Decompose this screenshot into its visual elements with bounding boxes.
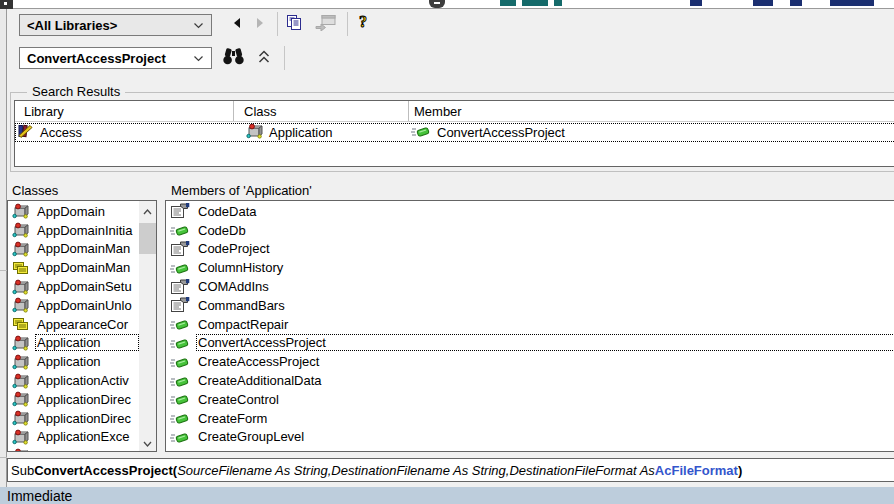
copy-icon	[284, 13, 304, 35]
member-list-item[interactable]: CommandBars	[166, 296, 894, 315]
object-browser-window: <All Libraries> ? ConvertAccessProject	[0, 0, 894, 504]
class-list-item[interactable]: AppDomainSetu	[8, 277, 139, 296]
go-forward-button[interactable]	[250, 13, 270, 35]
signature-type-link[interactable]: AcFileFormat	[655, 463, 738, 478]
column-header-class[interactable]: Class	[234, 101, 409, 121]
method-icon	[170, 354, 190, 370]
member-list-item[interactable]: CodeProject	[166, 240, 894, 259]
list-item-label: ApplicationDirec	[35, 410, 139, 427]
window-edge	[0, 9, 7, 487]
show-definition-button[interactable]	[312, 12, 340, 36]
back-arrow-icon	[232, 15, 242, 33]
column-header-member[interactable]: Member	[409, 101, 894, 121]
chevron-down-icon	[193, 22, 204, 29]
search-results-list: Library Class Member Access Application	[14, 100, 894, 167]
list-item-label: Application	[35, 334, 139, 351]
library-icon	[17, 123, 34, 142]
hide-search-results-button[interactable]	[251, 47, 276, 70]
scroll-up-icon	[143, 201, 152, 219]
class-list-item[interactable]: ApplicationId	[8, 446, 139, 452]
classes-list: AppDomain AppDomainInitia AppDomainMan A…	[7, 200, 157, 452]
class-list-item[interactable]: ApplicationDirec	[8, 409, 139, 428]
method-icon	[170, 410, 190, 426]
window-fragment	[434, 2, 440, 4]
binoculars-icon	[222, 47, 245, 70]
method-icon	[170, 373, 190, 389]
list-item-label: AppDomain	[35, 203, 139, 220]
list-item-label: ApplicationActiv	[35, 372, 139, 389]
class-icon	[12, 297, 29, 313]
class-list-item[interactable]: Application	[8, 352, 139, 371]
member-list-item[interactable]: CreateControl	[166, 390, 894, 409]
class-icon	[12, 391, 29, 407]
member-list-item[interactable]: CreateAccessProject	[166, 352, 894, 371]
class-icon	[12, 410, 29, 426]
class-list-item[interactable]: AppDomain	[8, 202, 139, 221]
window-fragment	[522, 0, 548, 6]
member-list-item[interactable]: CreateAdditionalData	[166, 371, 894, 390]
member-list-item[interactable]: CodeDb	[166, 221, 894, 240]
window-fragment	[790, 0, 802, 6]
class-list-item[interactable]: AppDomainInitia	[8, 221, 139, 240]
chevron-down-icon	[193, 55, 204, 62]
member-list-item[interactable]: CodeData	[166, 202, 894, 221]
signature-segment: DestinationFileFormat As	[509, 463, 654, 478]
class-list-item[interactable]: ApplicationExce	[8, 428, 139, 447]
immediate-title: Immediate	[7, 488, 72, 504]
list-item-label: AppDomainMan	[35, 259, 139, 276]
class-icon	[12, 279, 29, 295]
class-icon	[246, 123, 263, 142]
class-list-item[interactable]: AppearanceCor	[8, 315, 139, 334]
class-icon	[12, 354, 29, 370]
list-item-label: CreateForm	[196, 410, 894, 427]
class-list-item[interactable]: Application	[8, 334, 139, 353]
window-fragment	[500, 0, 516, 6]
help-button[interactable]: ?	[352, 11, 374, 35]
scroll-down-button[interactable]	[139, 433, 156, 451]
immediate-window-titlebar[interactable]: Immediate	[0, 487, 894, 504]
member-list-item[interactable]: CreateForm	[166, 409, 894, 428]
property-icon	[170, 279, 190, 295]
scrollbar-thumb[interactable]	[139, 223, 156, 254]
scroll-up-button[interactable]	[139, 201, 156, 219]
member-list-item[interactable]: ColumnHistory	[166, 258, 894, 277]
go-back-button[interactable]	[227, 13, 247, 35]
library-combo[interactable]: <All Libraries>	[19, 14, 212, 36]
search-combo[interactable]: ConvertAccessProject	[19, 47, 212, 69]
list-item-label: ConvertAccessProject	[196, 334, 894, 351]
window-fragment	[753, 0, 773, 6]
member-list-item[interactable]: COMAddIns	[166, 277, 894, 296]
toolbar-separator	[277, 12, 278, 36]
method-icon	[170, 260, 190, 276]
members-list: CodeData CodeDb CodeProject ColumnHistor…	[165, 200, 894, 452]
class-list-item[interactable]: ApplicationDirec	[8, 390, 139, 409]
svg-text:?: ?	[359, 13, 367, 30]
result-class: Application	[269, 125, 333, 140]
member-list-item[interactable]: CompactRepair	[166, 315, 894, 334]
member-list-item[interactable]: ConvertAccessProject	[166, 334, 894, 353]
search-result-row[interactable]: Access Application ConvertAccessProject	[15, 123, 894, 142]
method-icon	[170, 335, 190, 351]
property-icon	[170, 241, 190, 257]
list-item-label: CreateAdditionalData	[196, 372, 894, 389]
class-icon	[12, 241, 29, 257]
signature-segment: ConvertAccessProject(	[34, 463, 177, 478]
search-button[interactable]	[220, 47, 247, 70]
class-list-item[interactable]: ApplicationActiv	[8, 371, 139, 390]
member-list-item[interactable]: CreateGroupLevel	[166, 428, 894, 447]
toolbar-separator	[347, 12, 348, 36]
signature-pane: Sub ConvertAccessProject(SourceFilename …	[7, 458, 894, 482]
column-header-library[interactable]: Library	[15, 101, 234, 121]
classes-scrollbar[interactable]	[139, 201, 156, 451]
method-icon	[170, 222, 190, 238]
class-list-item[interactable]: AppDomainMan	[8, 240, 139, 259]
member-list-item[interactable]: CreateReport	[166, 446, 894, 452]
copy-button[interactable]	[282, 12, 306, 36]
scrollbar-track[interactable]	[139, 219, 156, 433]
module-icon	[12, 316, 29, 332]
members-pane-label: Members of 'Application'	[171, 181, 312, 199]
class-list-item[interactable]: AppDomainMan	[8, 258, 139, 277]
result-member: ConvertAccessProject	[437, 125, 565, 140]
list-item-label: CreateAccessProject	[196, 353, 894, 370]
class-list-item[interactable]: AppDomainUnlo	[8, 296, 139, 315]
